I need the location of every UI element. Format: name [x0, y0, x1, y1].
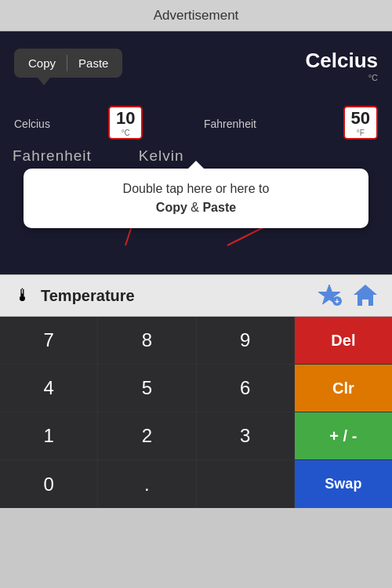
partial-fahrenheit: Fahrenheit	[13, 147, 92, 169]
keypad-row-3: 1 2 3 + / -	[0, 412, 392, 460]
callout-text: Double tap here or here to Copy & Paste	[36, 180, 356, 217]
key-swap[interactable]: Swap	[295, 460, 392, 508]
key-9[interactable]: 9	[197, 317, 295, 364]
svg-text:+: +	[335, 297, 339, 306]
celcius-unit-label: °C	[306, 73, 379, 82]
display-area: Copy Paste Celcius °C 10 °C Celcius Fahr…	[0, 31, 392, 274]
partial-kelvin: Kelvin	[139, 147, 184, 169]
keypad-row-4: 0 . Swap	[0, 460, 392, 508]
fahrenheit-value: 50	[351, 108, 370, 129]
callout-and: &	[187, 201, 203, 214]
fahrenheit-unit: °F	[357, 129, 365, 137]
copy-paste-popup[interactable]: Copy Paste	[14, 49, 122, 78]
key-empty	[197, 460, 295, 508]
celsius-value-box[interactable]: 10 °C	[108, 106, 143, 140]
favorites-button[interactable]: +	[315, 281, 343, 310]
callout-line1: Double tap here or here to	[123, 182, 270, 195]
keypad-row-1: 7 8 9 Del	[0, 317, 392, 365]
key-2[interactable]: 2	[98, 412, 196, 459]
celsius-unit: °C	[122, 129, 130, 137]
paste-button[interactable]: Paste	[74, 55, 113, 71]
key-7[interactable]: 7	[0, 317, 98, 364]
celcius-title: Celcius	[306, 49, 379, 73]
copy-button[interactable]: Copy	[24, 55, 60, 71]
key-4[interactable]: 4	[0, 365, 98, 412]
toolbar: 🌡 Temperature +	[0, 274, 392, 317]
key-plus-minus[interactable]: + / -	[295, 412, 392, 459]
thermometer-icon: 🌡	[13, 285, 33, 306]
toolbar-title: Temperature	[41, 287, 307, 305]
fahrenheit-field-label: Fahrenheit	[204, 118, 256, 130]
fahrenheit-value-box[interactable]: 50 °F	[343, 106, 378, 140]
key-0[interactable]: 0	[0, 460, 98, 508]
key-del[interactable]: Del	[295, 317, 392, 364]
key-clr[interactable]: Clr	[295, 365, 392, 412]
celsius-value: 10	[116, 108, 135, 129]
callout-copy: Copy	[156, 201, 187, 214]
key-6[interactable]: 6	[197, 365, 295, 412]
key-dot[interactable]: .	[98, 460, 196, 508]
key-1[interactable]: 1	[0, 412, 98, 459]
ad-bar: Advertisement	[0, 0, 392, 31]
key-3[interactable]: 3	[197, 412, 295, 459]
keypad: 7 8 9 Del 4 5 6 Clr 1 2 3 + / - 0 . Swap	[0, 317, 392, 508]
svg-marker-6	[354, 285, 377, 306]
key-5[interactable]: 5	[98, 365, 196, 412]
keypad-row-2: 4 5 6 Clr	[0, 365, 392, 412]
ad-label: Advertisement	[154, 8, 239, 24]
key-8[interactable]: 8	[98, 317, 196, 364]
callout-paste: Paste	[202, 201, 236, 214]
popup-divider	[67, 55, 67, 71]
home-button[interactable]	[351, 281, 379, 310]
celcius-header: Celcius °C	[306, 49, 379, 82]
callout-tooltip: Double tap here or here to Copy & Paste	[24, 169, 368, 228]
celsius-field-label: Celcius	[14, 118, 50, 130]
